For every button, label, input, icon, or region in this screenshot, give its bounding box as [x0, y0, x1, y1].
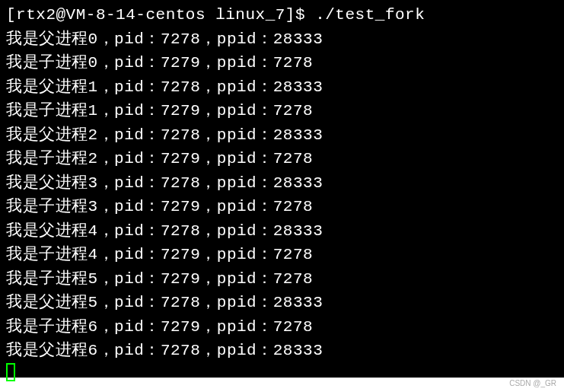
output-line: 我是子进程1，pid：7279，ppid：7278	[6, 99, 558, 123]
output-line: 我是父进程3，pid：7278，ppid：28333	[6, 171, 558, 196]
output-line: 我是父进程4，pid：7278，ppid：28333	[6, 219, 558, 244]
prompt-text: [rtx2@VM-8-14-centos linux_7]$ ./test_fo…	[6, 3, 425, 27]
cursor-line	[6, 363, 558, 390]
output-line: 我是父进程6，pid：7278，ppid：28333	[6, 339, 558, 363]
output-line: 我是子进程0，pid：7279，ppid：7278	[6, 51, 558, 75]
terminal-window[interactable]: [rtx2@VM-8-14-centos linux_7]$ ./test_fo…	[0, 0, 564, 378]
output-line: 我是父进程5，pid：7278，ppid：28333	[6, 291, 558, 315]
shell-prompt-line: [rtx2@VM-8-14-centos linux_7]$ ./test_fo…	[6, 3, 558, 27]
terminal-cursor	[6, 363, 15, 381]
output-line: 我是父进程0，pid：7278，ppid：28333	[6, 27, 558, 52]
output-line: 我是子进程4，pid：7279，ppid：7278	[6, 243, 558, 267]
output-line: 我是子进程3，pid：7279，ppid：7278	[6, 195, 558, 219]
output-line: 我是父进程2，pid：7278，ppid：28333	[6, 123, 558, 148]
output-line: 我是子进程2，pid：7279，ppid：7278	[6, 147, 558, 171]
output-line: 我是子进程6，pid：7279，ppid：7278	[6, 315, 558, 339]
watermark-text: CSDN @_GR	[509, 379, 556, 387]
output-line: 我是父进程1，pid：7278，ppid：28333	[6, 75, 558, 100]
output-line: 我是子进程5，pid：7279，ppid：7278	[6, 267, 558, 292]
